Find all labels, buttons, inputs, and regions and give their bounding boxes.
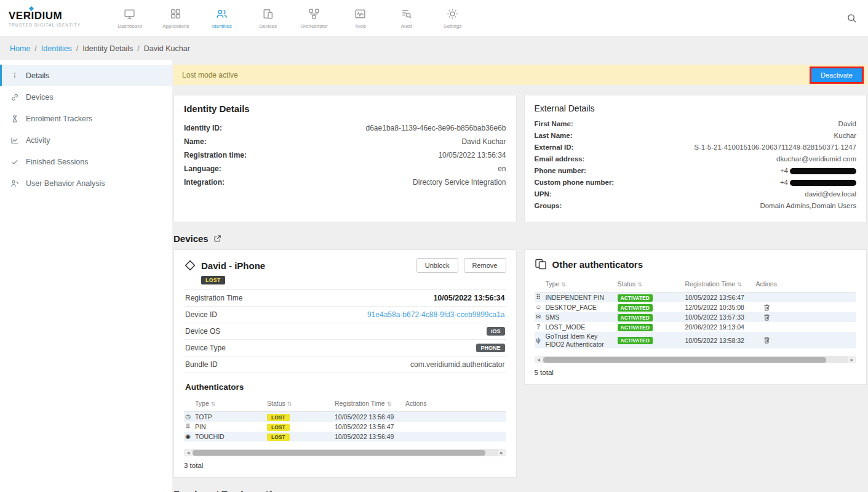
field-row: Registration time:10/05/2022 13:56:34 xyxy=(184,151,506,159)
column-header-type[interactable]: Type⇅ xyxy=(184,400,267,407)
horizontal-scrollbar[interactable]: ◂ ▸ xyxy=(184,449,506,456)
column-header-status[interactable]: Status⇅ xyxy=(267,400,335,407)
remove-button[interactable]: Remove xyxy=(464,258,506,273)
nav-item-dashboard[interactable]: Dashboard xyxy=(106,0,153,36)
column-header-status[interactable]: Status⇅ xyxy=(618,280,685,288)
other-authenticators-table-header: Type⇅ Status⇅ Registration Time⇅ Actions xyxy=(535,278,857,292)
link-icon xyxy=(10,93,19,102)
table-row: ☺DESKTOP_FACE ACTIVATED 12/05/2022 10:35… xyxy=(535,302,857,312)
check-icon xyxy=(10,158,19,166)
sort-icon: ⇅ xyxy=(737,281,742,288)
external-details-title: External Details xyxy=(535,103,857,113)
sidebar-item-enrolment-trackers[interactable]: Enrolment Trackers xyxy=(0,108,172,129)
sidebar-item-label: Finished Sessions xyxy=(26,158,88,166)
redacted-phone-bar xyxy=(790,180,856,186)
authenticators-total: 3 total xyxy=(184,462,506,469)
hourglass-icon xyxy=(10,115,19,123)
identities-icon xyxy=(215,7,228,20)
veridium-logo[interactable]: VERIDIUM TRUSTED DIGITAL IDENTITY xyxy=(9,10,81,27)
status-badge: ACTIVATED xyxy=(618,337,653,344)
column-header-registration-time[interactable]: Registration Time⇅ xyxy=(685,280,756,288)
sidebar-item-finished-sessions[interactable]: Finished Sessions xyxy=(0,151,172,172)
table-row: ?LOST_MODE ACTIVATED 20/06/2022 19:13:04 xyxy=(535,322,857,332)
usb-key-icon: ψ xyxy=(535,337,543,344)
field-row: Email address:dkuchar@veridiumid.com xyxy=(535,155,857,163)
nav-item-audit[interactable]: Audit xyxy=(383,0,429,36)
scroll-right-icon[interactable]: ▸ xyxy=(498,449,506,456)
sidebar-item-activity[interactable]: Activity xyxy=(0,129,172,151)
logo-subtitle: TRUSTED DIGITAL IDENTITY xyxy=(9,23,81,27)
question-icon: ? xyxy=(535,323,543,331)
field-row: Integration:Directory Service Integratio… xyxy=(184,178,506,187)
horizontal-scrollbar[interactable]: ◂ ▸ xyxy=(535,356,857,363)
breadcrumb-separator: / xyxy=(34,44,36,53)
delete-icon[interactable] xyxy=(763,304,857,312)
scrollbar-thumb[interactable] xyxy=(193,450,485,456)
settings-icon xyxy=(446,7,459,20)
table-row: ⠿PIN LOST 10/05/2022 13:56:47 xyxy=(184,422,506,432)
field-row: Phone number:+4 xyxy=(535,167,857,174)
breadcrumb-separator: / xyxy=(76,44,78,53)
fingerprint-icon: ◉ xyxy=(184,433,192,440)
pin-icon: ⠿ xyxy=(535,294,543,301)
lost-mode-banner: Lost mode active Deactivate xyxy=(173,65,867,85)
table-row: ◷TOTP LOST 10/05/2022 13:56:49 xyxy=(184,412,506,422)
other-authenticators-card: Other authenticators Type⇅ Status⇅ Regis… xyxy=(524,249,867,385)
device-card-header: David - iPhone Unblock Remove xyxy=(184,258,506,273)
field-row: Name:David Kuchar xyxy=(184,137,506,146)
logo-title: VERIDIUM xyxy=(9,10,81,22)
nav-item-devices[interactable]: Devices xyxy=(245,0,291,36)
devices-icon xyxy=(261,7,274,20)
scroll-left-icon[interactable]: ◂ xyxy=(535,356,543,363)
unblock-button[interactable]: Unblock xyxy=(416,258,458,273)
nav-item-identities[interactable]: Identities xyxy=(199,0,245,36)
table-row: ◉TOUCHID LOST 10/05/2022 13:56:49 xyxy=(184,432,506,442)
device-field-row: Device TypePHONE xyxy=(184,340,506,357)
device-diamond-icon xyxy=(184,259,196,272)
nav-item-settings[interactable]: Settings xyxy=(429,0,476,36)
scroll-left-icon[interactable]: ◂ xyxy=(184,449,193,456)
sidebar-item-user-behavior-analysis[interactable]: User Behavior Analysis xyxy=(0,172,172,194)
column-header-type[interactable]: Type⇅ xyxy=(535,280,618,288)
breadcrumb-home[interactable]: Home xyxy=(10,44,30,53)
sidebar-item-label: Devices xyxy=(26,93,53,102)
device-name: David - iPhone xyxy=(201,260,265,271)
device-card: David - iPhone Unblock Remove LOST Regis… xyxy=(173,249,517,478)
device-field-row: Device OSiOS xyxy=(184,323,506,340)
enrolment-trackers-section-title: Enrolment Trackers xyxy=(173,489,867,492)
orchestrator-icon xyxy=(308,7,321,20)
scrollbar-thumb[interactable] xyxy=(543,357,827,363)
sidebar-item-devices[interactable]: Devices xyxy=(0,86,172,108)
device-fields: Registration Time10/05/2022 13:56:34 Dev… xyxy=(184,289,506,373)
external-details-card: External Details First Name:David Last N… xyxy=(524,95,867,222)
authenticators-table-header: Type⇅ Status⇅ Registration Time⇅ Actions xyxy=(184,397,506,412)
nav-item-orchestrator[interactable]: Orchestrator xyxy=(291,0,337,36)
status-badge: LOST xyxy=(267,424,290,431)
delete-icon[interactable] xyxy=(763,313,857,321)
sidebar-item-details[interactable]: Details xyxy=(0,65,172,86)
delete-icon[interactable] xyxy=(763,336,857,344)
authenticators-title: Authenticators xyxy=(185,382,506,392)
main-content: Lost mode active Deactivate Identity Det… xyxy=(172,60,868,492)
nav-item-applications[interactable]: Applications xyxy=(153,0,199,36)
deactivate-button[interactable]: Deactivate xyxy=(811,68,862,82)
devices-section-title: Devices xyxy=(173,233,867,244)
external-link-icon[interactable] xyxy=(213,235,221,243)
sidebar-item-label: Enrolment Trackers xyxy=(26,115,92,123)
column-header-registration-time[interactable]: Registration Time⇅ xyxy=(335,400,405,407)
audit-icon xyxy=(400,7,413,20)
other-authenticators-total: 5 total xyxy=(535,369,857,376)
status-badge: LOST xyxy=(267,434,290,441)
search-icon[interactable] xyxy=(846,13,857,23)
field-row: External ID:S-1-5-21-410015106-206371124… xyxy=(535,143,857,151)
device-id-link[interactable]: 91e4a58a-b672-4c88-9fd3-cceb9899ca1a xyxy=(367,310,505,319)
scroll-right-icon[interactable]: ▸ xyxy=(848,356,856,363)
applications-icon xyxy=(169,7,182,20)
device-field-row: Bundle IDcom.veridiumid.authenticator xyxy=(184,357,506,373)
table-row: ✉SMS ACTIVATED 10/05/2022 13:57:33 xyxy=(535,312,857,322)
banner-text: Lost mode active xyxy=(182,71,238,79)
breadcrumb-identities[interactable]: Identities xyxy=(41,44,72,53)
pin-icon: ⠿ xyxy=(184,423,192,430)
nav-item-tools[interactable]: Tools xyxy=(337,0,383,36)
status-badge: ACTIVATED xyxy=(618,324,653,331)
